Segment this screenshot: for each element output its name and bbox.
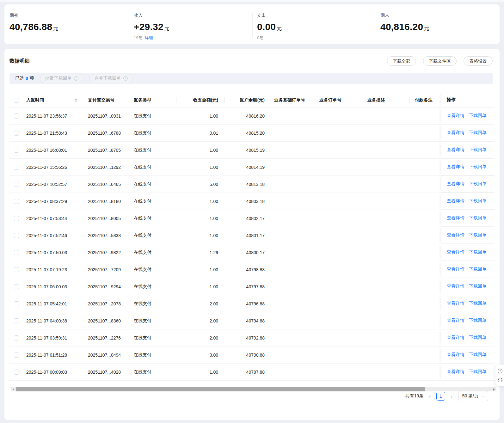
- merge-download-button[interactable]: 合并下载回单 i: [89, 74, 133, 83]
- download-receipt-link[interactable]: 下载回单: [469, 215, 487, 221]
- scroll-right-icon[interactable]: [492, 387, 496, 391]
- download-receipt-link[interactable]: 下载回单: [469, 267, 487, 272]
- download-receipt-link[interactable]: 下载回单: [469, 284, 487, 289]
- row-checkbox[interactable]: [14, 370, 19, 375]
- cell-txn-id: 20251107...2276: [83, 335, 130, 340]
- download-receipt-link[interactable]: 下载回单: [469, 318, 487, 323]
- column-header-amount: 收支金额(元): [176, 97, 224, 103]
- select-all-checkbox[interactable]: [14, 98, 19, 103]
- view-detail-link[interactable]: 查看详情: [447, 267, 464, 272]
- top-edge-strip: [0, 0, 504, 2]
- view-detail-link[interactable]: 查看详情: [447, 284, 464, 289]
- view-detail-link[interactable]: 查看详情: [447, 130, 464, 136]
- table-row: 2025-11-07 04:00:38 20251107...8360 在线支付…: [9, 312, 495, 329]
- view-detail-link[interactable]: 查看详情: [447, 113, 464, 119]
- scrollbar-thumb[interactable]: [16, 387, 425, 391]
- chevron-left-icon[interactable]: ‹: [428, 393, 432, 399]
- table-row: 2025-11-07 08:37:29 20251107...8180 在线支付…: [9, 193, 495, 210]
- row-checkbox[interactable]: [14, 199, 19, 204]
- download-receipt-link[interactable]: 下载回单: [469, 352, 487, 358]
- row-checkbox[interactable]: [14, 131, 19, 136]
- cell-amount: 0.01: [176, 131, 224, 136]
- divider: [176, 97, 176, 103]
- stat-sub: 0笔: [257, 35, 282, 41]
- headset-icon[interactable]: [498, 377, 503, 382]
- sort-icon[interactable]: [75, 98, 77, 102]
- cell-balance: 40794.88: [224, 318, 270, 323]
- download-receipt-link[interactable]: 下载回单: [469, 301, 487, 306]
- cell-account-type: 在线支付: [130, 369, 176, 375]
- view-detail-link[interactable]: 查看详情: [447, 147, 464, 153]
- batch-download-button[interactable]: 批量下载回单 i: [40, 74, 83, 83]
- view-detail-link[interactable]: 查看详情: [447, 181, 464, 187]
- row-checkbox[interactable]: [14, 335, 19, 340]
- view-detail-link[interactable]: 查看详情: [447, 301, 464, 306]
- table-settings-button[interactable]: 表格设置: [464, 56, 493, 66]
- row-checkbox[interactable]: [14, 284, 19, 289]
- page-title: 数据明细: [9, 58, 30, 64]
- view-detail-link[interactable]: 查看详情: [447, 164, 464, 170]
- table-row: 2025-11-07 07:52:46 20251107...5838 在线支付…: [9, 227, 495, 244]
- view-detail-link[interactable]: 查看详情: [447, 369, 464, 375]
- row-checkbox[interactable]: [14, 148, 19, 153]
- download-receipt-link[interactable]: 下载回单: [469, 369, 487, 375]
- column-header-base-order: 业务基础订单号: [270, 97, 315, 103]
- download-receipt-link[interactable]: 下载回单: [469, 130, 487, 136]
- page-number-button[interactable]: 1: [436, 392, 445, 401]
- cell-txn-id: 20251107...0494: [83, 352, 130, 358]
- row-checkbox[interactable]: [14, 301, 19, 306]
- cell-amount: 1.00: [176, 284, 224, 289]
- view-detail-link[interactable]: 查看详情: [447, 335, 464, 340]
- stat-value: 40,816.20元: [380, 21, 429, 32]
- row-checkbox[interactable]: [14, 250, 19, 255]
- cell-amount: 1.00: [176, 370, 224, 375]
- view-detail-link[interactable]: 查看详情: [447, 249, 464, 255]
- column-header-time: 入账时间: [22, 97, 83, 103]
- download-receipt-link[interactable]: 下载回单: [469, 335, 487, 340]
- download-receipt-link[interactable]: 下载回单: [469, 232, 487, 238]
- view-detail-link[interactable]: 查看详情: [447, 198, 464, 204]
- download-receipt-link[interactable]: 下载回单: [469, 198, 487, 204]
- row-checkbox[interactable]: [14, 352, 19, 358]
- row-checkbox[interactable]: [14, 267, 19, 272]
- cell-balance: 40796.88: [224, 301, 270, 306]
- view-detail-link[interactable]: 查看详情: [447, 352, 464, 358]
- download-filezone-button[interactable]: 下载文件区: [423, 56, 457, 66]
- download-receipt-link[interactable]: 下载回单: [469, 164, 487, 170]
- table-row: 2025-11-07 21:58:43 20251107...6788 在线支付…: [9, 125, 495, 142]
- download-all-button[interactable]: 下载全部: [387, 56, 416, 66]
- cell-time: 2025-11-07 07:19:23: [22, 267, 83, 272]
- row-checkbox[interactable]: [14, 182, 19, 187]
- stat-beginning-balance: 期初 40,786.88元: [9, 13, 58, 32]
- download-receipt-link[interactable]: 下载回单: [469, 249, 487, 255]
- row-checkbox[interactable]: [14, 216, 19, 221]
- download-receipt-link[interactable]: 下载回单: [469, 113, 487, 119]
- selected-suffix: 项: [30, 76, 34, 81]
- row-checkbox[interactable]: [14, 165, 19, 170]
- income-detail-link[interactable]: 详细: [144, 35, 153, 40]
- info-icon[interactable]: i: [74, 76, 78, 81]
- cell-account-type: 在线支付: [130, 147, 176, 153]
- view-detail-link[interactable]: 查看详情: [447, 215, 464, 221]
- cell-balance: 40816.20: [224, 113, 270, 119]
- view-detail-link[interactable]: 查看详情: [447, 232, 464, 238]
- download-receipt-link[interactable]: 下载回单: [469, 147, 487, 153]
- view-detail-link[interactable]: 查看详情: [447, 318, 464, 323]
- row-checkbox[interactable]: [14, 113, 19, 119]
- cell-account-type: 在线支付: [130, 352, 176, 358]
- question-icon[interactable]: ?: [498, 369, 502, 373]
- stat-sub: 19笔详细: [134, 35, 169, 41]
- page-size-select[interactable]: 50 条/页: [458, 391, 488, 401]
- row-checkbox[interactable]: [14, 318, 19, 323]
- cell-account-type: 在线支付: [130, 284, 176, 290]
- scroll-left-icon[interactable]: [11, 387, 15, 391]
- download-receipt-link[interactable]: 下载回单: [469, 181, 487, 187]
- cell-txn-id: 20251107...8705: [83, 148, 130, 153]
- stat-expense: 支出 0.00元 0笔: [257, 13, 282, 41]
- cell-balance: 40801.17: [224, 233, 270, 238]
- cell-time: 2025-11-07 03:59:31: [22, 335, 83, 340]
- info-icon[interactable]: i: [123, 76, 128, 81]
- chevron-right-icon[interactable]: ›: [450, 393, 453, 399]
- row-checkbox[interactable]: [14, 233, 19, 238]
- table-row: 2025-11-07 16:08:01 20251107...8705 在线支付…: [9, 142, 495, 159]
